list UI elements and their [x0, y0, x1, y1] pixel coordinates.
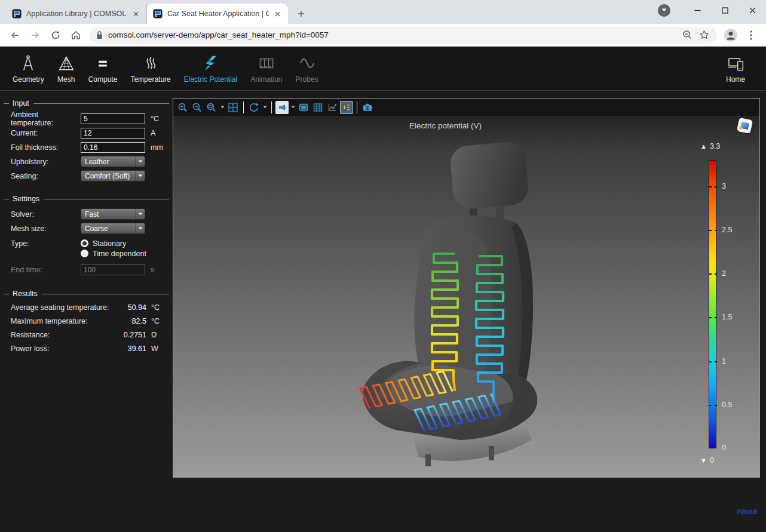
browser-tab-application-library[interactable]: Application Library | COMSOL Se	[6, 4, 147, 24]
tab-close-icon[interactable]	[131, 9, 140, 19]
devices-home-icon	[726, 53, 745, 72]
go-to-view-button[interactable]	[275, 101, 289, 114]
end-time-input	[81, 265, 145, 275]
zoom-out-button[interactable]	[191, 101, 204, 114]
toolbar-item-home[interactable]: Home	[719, 50, 752, 88]
radio-time-dependent[interactable]	[81, 250, 88, 257]
result-row-maximum-temperature: Maximum temperature: 82.5 °C	[11, 317, 169, 325]
browser-tab-strip: Application Library | COMSOL Se Car Seat…	[0, 0, 766, 24]
plot-title: Electric potential (V)	[173, 121, 718, 130]
mesh-size-select[interactable]: Coarse	[81, 223, 145, 234]
back-button[interactable]	[7, 27, 23, 44]
seating-select[interactable]: Comfort (Soft)	[81, 170, 145, 182]
chevron-down-icon	[135, 156, 145, 167]
colorbar-tick	[709, 273, 712, 275]
current-input[interactable]	[81, 128, 145, 139]
toolbar-separator	[243, 102, 244, 113]
field-type: Type: Stationary	[11, 238, 169, 249]
avatar[interactable]	[722, 27, 739, 44]
chevron-down-icon	[135, 223, 145, 233]
new-tab-button[interactable]	[293, 5, 310, 22]
result-row-resistance: Resistance: 0.2751 Ω	[11, 331, 169, 339]
show-grid-button[interactable]	[311, 101, 324, 114]
close-window-button[interactable]	[739, 1, 766, 20]
colorbar-max-label: ▲3.3	[700, 142, 720, 150]
zoom-box-button[interactable]	[205, 101, 218, 114]
field-current: Current: A	[11, 127, 169, 139]
field-upholstery: Upholstery: Leather	[11, 156, 169, 167]
foil-thickness-input[interactable]	[81, 142, 145, 153]
unit-label: °C	[151, 317, 169, 325]
colorbar-min-label: ▼0	[700, 456, 714, 465]
address-bar[interactable]: comsol.com/server-demo/app/car_seat_heat…	[90, 27, 717, 44]
car-seat-3d-model	[335, 132, 621, 466]
section-title-results: Results	[13, 290, 38, 298]
toolbar-item-electric-potential[interactable]: Electric Potential	[177, 50, 244, 88]
headrest	[449, 141, 530, 211]
graphics-toolbar	[173, 99, 759, 116]
plot-canvas[interactable]: Electric potential (V)	[173, 116, 759, 477]
comsol-logo-icon	[740, 122, 749, 130]
browser-tab-car-seat-heater[interactable]: Car Seat Heater Application | CO	[147, 4, 288, 24]
zoom-box-dropdown-icon[interactable]	[219, 106, 225, 109]
bookmark-star-icon[interactable]	[697, 28, 711, 42]
upholstery-select[interactable]: Leather	[81, 156, 145, 167]
min-marker-icon: ▼	[700, 457, 707, 464]
maximize-button[interactable]	[711, 1, 739, 20]
app-ribbon: Geometry Mesh Compute Temperature Electr…	[0, 47, 766, 90]
toolbar-item-mesh[interactable]: Mesh	[51, 50, 82, 88]
solver-select[interactable]: Fast	[81, 208, 145, 220]
colorbar-tick-label: 1	[722, 357, 726, 365]
tab-close-icon[interactable]	[272, 9, 282, 19]
browser-navbar: comsol.com/server-demo/app/car_seat_heat…	[0, 24, 766, 47]
graphics-panel: Electric potential (V)	[173, 98, 760, 478]
color-legend-toggle-button[interactable]	[340, 101, 353, 114]
colorbar-tick	[709, 405, 712, 406]
screenshot-camera-button[interactable]	[361, 101, 374, 114]
tab-title: Car Seat Heater Application | CO	[167, 10, 269, 18]
scene-light-button[interactable]	[297, 101, 310, 114]
field-foil-thickness: Foil thickness: mm	[11, 142, 169, 153]
colorbar: ▲3.3 3 2.5 2 1.5 1 0.5 0 ▼0	[709, 160, 716, 448]
colorbar-tick	[709, 186, 712, 187]
unit-label: W	[151, 345, 169, 353]
colorbar-tick-label: 0	[722, 444, 726, 452]
browser-menu-icon[interactable]	[743, 27, 759, 44]
result-value: 0.2751	[115, 331, 146, 339]
url-text[interactable]: comsol.com/server-demo/app/car_seat_heat…	[108, 30, 678, 39]
browser-home-button[interactable]	[68, 27, 84, 44]
colorbar-tick-label: 2	[722, 269, 726, 278]
forward-button[interactable]	[27, 27, 44, 44]
section-title-settings: Settings	[13, 195, 39, 203]
comsol-logo-button[interactable]	[737, 118, 753, 134]
radio-stationary[interactable]	[81, 239, 88, 247]
toolbar-item-temperature[interactable]: Temperature	[124, 50, 177, 88]
zoom-in-button[interactable]	[176, 101, 189, 114]
toolbar-item-animation[interactable]: Animation	[244, 50, 289, 88]
toolbar-item-compute[interactable]: Compute	[82, 50, 124, 88]
field-seating: Seating: Comfort (Soft)	[11, 170, 169, 182]
field-ambient-temperature: Ambient temperature: °C	[11, 113, 169, 124]
toolbar-item-geometry[interactable]: Geometry	[6, 50, 51, 88]
colorbar-tick	[709, 361, 712, 362]
toolbar-item-probes[interactable]: Probes	[289, 50, 325, 88]
view-dropdown-icon[interactable]	[290, 106, 296, 109]
rotate-dropdown-icon[interactable]	[262, 106, 268, 109]
chevron-down-icon	[135, 209, 145, 219]
zoom-extents-button[interactable]	[226, 101, 240, 114]
show-axes-button[interactable]	[326, 101, 339, 114]
ambient-temperature-input[interactable]	[81, 113, 145, 124]
zoom-level-icon[interactable]	[680, 28, 694, 42]
tab-title: Application Library | COMSOL Se	[26, 10, 127, 18]
colorbar-tick-label: 3	[722, 182, 726, 190]
browser-update-indicator-icon[interactable]	[658, 4, 670, 17]
about-link[interactable]: About	[737, 507, 757, 516]
minimize-button[interactable]	[684, 1, 711, 20]
window-controls	[658, 0, 766, 20]
chevron-down-icon	[135, 171, 145, 181]
geometry-icon	[19, 53, 37, 72]
rotate-view-button[interactable]	[247, 101, 261, 114]
mesh-icon	[57, 53, 75, 72]
reload-button[interactable]	[47, 27, 64, 44]
comsol-favicon	[12, 9, 22, 19]
